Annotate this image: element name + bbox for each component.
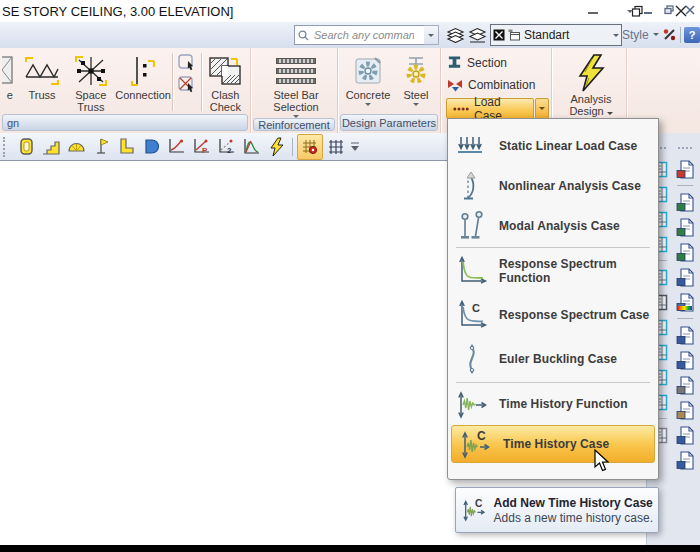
- title-bar: SE STORY CEILING, 3.00 ELEVATION]: [0, 0, 700, 23]
- menu-item-static-linear-load-case[interactable]: Static Linear Load Case: [448, 126, 658, 166]
- load-case-dropdown-menu: Static Linear Load Case Nonlinear Analys…: [447, 118, 659, 480]
- menu-separator: [456, 382, 650, 383]
- standart-value: Standart: [524, 28, 610, 42]
- connection-button[interactable]: Connection: [115, 51, 171, 101]
- sidebar-icon[interactable]: [675, 192, 695, 212]
- menu-item-response-spectrum-case[interactable]: C Response Spectrum Case: [448, 293, 658, 337]
- minimize-button[interactable]: [586, 4, 600, 18]
- truncated-button[interactable]: e: [2, 51, 18, 101]
- tooltip-subtitle: Adds a new time history case.: [494, 511, 653, 525]
- sidebar-separator: [677, 318, 693, 319]
- tooltip-add-new-time-history-case: C Add New Time History Case Adds a new t…: [455, 487, 659, 533]
- search-input[interactable]: [312, 28, 416, 42]
- modal-icon: [454, 208, 490, 244]
- column-section-icon[interactable]: [14, 135, 38, 159]
- time-history-case-icon: C: [461, 494, 488, 526]
- grid-settings-button[interactable]: [297, 134, 323, 160]
- sidebar-icon[interactable]: [675, 217, 695, 237]
- svg-text:C: C: [477, 429, 486, 443]
- standart-combo[interactable]: Standart: [490, 24, 622, 46]
- lightning-small-icon[interactable]: [264, 135, 288, 159]
- ribbon-group-design: e Truss: [0, 48, 251, 133]
- grid-icon[interactable]: [324, 135, 348, 159]
- mdi-minimize-button[interactable]: [642, 4, 654, 16]
- sidebar-icon[interactable]: [675, 325, 695, 345]
- sidebar-icon[interactable]: [675, 242, 695, 262]
- layer-stack-icon[interactable]: [444, 25, 466, 44]
- mdi-restore-button[interactable]: [663, 4, 675, 16]
- sidebar-icon[interactable]: [675, 450, 695, 470]
- nonlinear-icon: [454, 168, 490, 204]
- menu-item-time-history-case[interactable]: C Time History Case: [451, 425, 655, 463]
- section-button[interactable]: Section: [443, 52, 549, 73]
- menu-item-time-history-function[interactable]: Time History Function: [448, 384, 658, 424]
- select-frame-icon[interactable]: [177, 53, 197, 71]
- layer-stack-2-icon[interactable]: [466, 25, 488, 44]
- time-history-case-icon: C: [458, 426, 494, 462]
- steel-button[interactable]: Steel: [394, 51, 438, 106]
- search-dropdown-arrow[interactable]: [424, 25, 439, 45]
- ribbon-group-reinforcement: Steel Bar Selection Reinforcement: [251, 48, 338, 133]
- search-box[interactable]: [294, 25, 430, 45]
- svg-text:C: C: [472, 302, 480, 314]
- mdi-window-buttons: [627, 4, 696, 16]
- combination-button[interactable]: Combination: [443, 74, 549, 95]
- grid-settings-icon: [300, 137, 320, 157]
- concrete-button[interactable]: Concrete: [344, 51, 392, 106]
- analysis-design-button[interactable]: AnalysisDesign: [558, 51, 624, 117]
- sidebar-icon[interactable]: [675, 375, 695, 395]
- deselect-frame-icon[interactable]: [177, 75, 197, 93]
- concrete-arrow-icon: [365, 103, 371, 106]
- pole-icon[interactable]: [89, 135, 113, 159]
- svg-text:C: C: [475, 498, 483, 509]
- chart-curve-icon[interactable]: [164, 135, 188, 159]
- static-linear-icon: [454, 128, 490, 164]
- customize-icon[interactable]: [662, 27, 677, 42]
- space-truss-button[interactable]: Space Truss: [66, 51, 115, 113]
- load-case-arrow-button[interactable]: [535, 98, 549, 119]
- quick-access-bar: Standart Style: [0, 22, 700, 49]
- style-dropdown[interactable]: Style: [622, 28, 649, 42]
- clash-check-button[interactable]: Clash Check: [203, 51, 248, 113]
- help-button[interactable]: ?: [684, 27, 700, 43]
- truss-button[interactable]: Truss: [18, 51, 67, 101]
- load-case-dots-icon: [452, 105, 469, 113]
- dome-icon[interactable]: [64, 135, 88, 159]
- sidebar-grip[interactable]: [678, 147, 692, 149]
- sidebar-column-right: [673, 135, 697, 547]
- sidebar-icon[interactable]: [675, 159, 695, 179]
- sidebar-icon[interactable]: [675, 292, 695, 312]
- mdi-close-button[interactable]: [684, 4, 696, 16]
- stairs-icon[interactable]: [39, 135, 63, 159]
- menu-item-modal-analysis-case[interactable]: Modal Analysis Case: [448, 206, 658, 246]
- menu-item-euler-buckling-case[interactable]: Euler Buckling Case: [448, 337, 658, 381]
- style-arrow-icon: [653, 33, 659, 36]
- sidebar-icon[interactable]: [675, 267, 695, 287]
- toolbar-grip[interactable]: [3, 137, 10, 157]
- svg-text:P: P: [202, 146, 208, 155]
- response-spectrum-case-icon: C: [454, 297, 490, 333]
- menu-item-nonlinear-analysis-case[interactable]: Nonlinear Analysis Case: [448, 166, 658, 206]
- sidebar-icon[interactable]: [675, 350, 695, 370]
- group-label-design: gn: [2, 114, 248, 131]
- tooltip-title: Add New Time History Case: [494, 496, 653, 510]
- toolbar-overflow-button[interactable]: [349, 135, 361, 159]
- chart-p-icon[interactable]: P: [189, 135, 213, 159]
- section-icon: [447, 55, 462, 70]
- application-window: SE STORY CEILING, 3.00 ELEVATION]: [0, 0, 700, 552]
- shell-slab-icon[interactable]: [139, 135, 163, 159]
- analysis-lightning-icon: [574, 53, 608, 93]
- sidebar-icon[interactable]: [675, 425, 695, 445]
- xbox-icon: [493, 29, 505, 41]
- angle-profile-icon[interactable]: [114, 135, 138, 159]
- steel-bar-selection-button[interactable]: Steel Bar Selection: [257, 51, 335, 118]
- connection-icon: [128, 55, 158, 87]
- sidebar-icon[interactable]: [675, 400, 695, 420]
- load-case-button[interactable]: Load Case: [446, 98, 534, 119]
- sidebar-separator: [677, 185, 693, 186]
- chart-spectrum-icon[interactable]: [239, 135, 263, 159]
- truss-icon: [22, 56, 62, 86]
- menu-item-response-spectrum-function[interactable]: Response Spectrum Function: [448, 249, 658, 293]
- chart-2-icon[interactable]: 2: [214, 135, 238, 159]
- help-arrow-icon[interactable]: [627, 10, 633, 13]
